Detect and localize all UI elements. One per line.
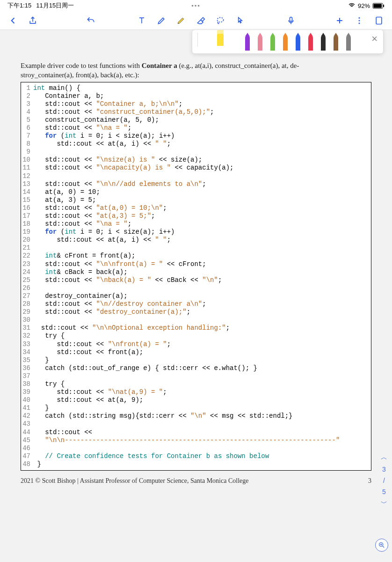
svg-point-7 <box>359 22 360 24</box>
line-number: 4 <box>21 108 33 116</box>
code-line: 22 int& cFront = front(a); <box>21 252 371 260</box>
highlighter-tool[interactable] <box>176 16 186 25</box>
battery-icon <box>372 3 385 9</box>
code-text: std::cout << "construct_container(a,5,0)… <box>33 108 371 116</box>
code-line: 16 std::cout << "at(a,0) = 10;\n"; <box>21 204 371 212</box>
line-number: 2 <box>21 92 33 100</box>
lasso-tool[interactable] <box>216 16 225 25</box>
add-button[interactable] <box>335 16 344 25</box>
back-button[interactable] <box>8 16 18 25</box>
code-line: 47 // Create confidence tests for Contai… <box>21 452 371 460</box>
status-date: 11月15日周一 <box>36 1 74 10</box>
undo-button[interactable] <box>86 16 95 25</box>
code-text: std::cout << at(a, i) << " "; <box>33 236 371 244</box>
code-text: try { <box>33 332 371 340</box>
more-button[interactable] <box>355 16 364 25</box>
line-number: 33 <box>21 340 33 348</box>
code-line: 37 <box>21 372 371 380</box>
pen-tool[interactable] <box>342 33 355 52</box>
pen-tool[interactable] <box>317 33 329 52</box>
code-line: 2 Container a, b; <box>21 92 371 100</box>
code-text: at(a, 3) = 5; <box>33 196 371 204</box>
code-text: std::cout << "\ncapacity(a) is " << capa… <box>33 164 371 172</box>
code-line: 40 std::cout << at(a, 9); <box>21 396 371 404</box>
line-number: 10 <box>21 156 33 164</box>
code-line: 17 std::cout << "at(a,3) = 5;"; <box>21 212 371 220</box>
code-line: 32 try { <box>21 332 371 340</box>
close-panel-icon[interactable]: × <box>370 33 379 50</box>
code-text: std::cout << "\nat(a,9) = "; <box>33 388 371 396</box>
code-line: 34 std::cout << front(a); <box>21 348 371 356</box>
line-number: 42 <box>21 412 33 420</box>
intro-seg: Example driver code to test functions wi… <box>21 62 142 69</box>
code-text <box>33 172 371 180</box>
code-text <box>33 284 371 292</box>
code-text: destroy_container(a); <box>33 292 371 300</box>
pointer-tool[interactable] <box>235 16 245 25</box>
eraser-tool[interactable] <box>196 16 205 25</box>
code-line: 9 <box>21 148 371 156</box>
pen-tool[interactable] <box>330 33 342 52</box>
code-line: 24 int& cBack = back(a); <box>21 268 371 276</box>
line-number: 11 <box>21 164 33 172</box>
code-line: 20 std::cout << at(a, i) << " "; <box>21 236 371 244</box>
line-number: 5 <box>21 116 33 124</box>
line-number: 13 <box>21 180 33 188</box>
code-text <box>33 244 371 252</box>
intro-bold: Container a <box>142 62 177 69</box>
code-line: 27 destroy_container(a); <box>21 292 371 300</box>
line-number: 1 <box>21 84 33 92</box>
highlighter-pen[interactable] <box>214 30 226 50</box>
code-line: 18 std::cout << "\na = "; <box>21 220 371 228</box>
code-text: std::cout << front(a); <box>33 348 371 356</box>
page-up[interactable]: ︿ <box>379 453 389 462</box>
mic-button[interactable] <box>286 16 296 25</box>
line-number: 8 <box>21 140 33 148</box>
page-total: 5 <box>379 488 389 495</box>
code-line: 8 std::cout << at(a, i) << " "; <box>21 140 371 148</box>
wifi-icon <box>348 2 356 9</box>
code-line: 29 std::cout << "destroy_container(a);"; <box>21 308 371 316</box>
pen-tool[interactable] <box>292 33 304 52</box>
code-text: std::cout << "\na = "; <box>33 220 371 228</box>
code-text: } <box>33 460 371 468</box>
code-listing: 1int main() {2 Container a, b;3 std::cou… <box>21 82 371 471</box>
pen-tool[interactable] <box>254 33 266 52</box>
code-line: 28 std::cout << "\n//destroy container a… <box>21 300 371 308</box>
code-text <box>33 420 371 428</box>
intro-text: Example driver code to test functions wi… <box>21 61 371 80</box>
code-line: 36 catch (std::out_of_range e) { std::ce… <box>21 364 371 372</box>
code-line: 45 "\n\n--------------------------------… <box>21 436 371 444</box>
pen-tool[interactable] <box>241 33 254 52</box>
code-text: construct_container(a, 5, 0); <box>33 116 371 124</box>
line-number: 18 <box>21 220 33 228</box>
pen-tool[interactable] <box>267 33 279 52</box>
line-number: 35 <box>21 356 33 364</box>
line-number: 45 <box>21 436 33 444</box>
pen-tool[interactable] <box>305 33 317 52</box>
line-number: 23 <box>21 260 33 268</box>
text-tool[interactable] <box>137 16 146 25</box>
code-line: 12 <box>21 172 371 180</box>
code-line: 26 <box>21 284 371 292</box>
pages-button[interactable] <box>374 16 384 25</box>
code-text: std::cout << "\nsize(a) is " << size(a); <box>33 156 371 164</box>
zoom-in-button[interactable] <box>375 539 388 552</box>
code-line: 44 std::cout << <box>21 429 371 436</box>
battery-pct: 92% <box>358 2 370 9</box>
code-text: std::cout << "at(a,3) = 5;"; <box>33 212 371 220</box>
line-number: 3 <box>21 100 33 108</box>
code-line: 7 for (int i = 0; i < size(a); i++) <box>21 132 371 140</box>
code-text: std::cout << "Container a, b;\n\n"; <box>33 100 371 108</box>
line-number: 28 <box>21 300 33 308</box>
document-content[interactable]: Example driver code to test functions wi… <box>0 61 392 471</box>
code-text: for (int i = 0; i < size(a); i++) <box>33 132 371 140</box>
page-sep: / <box>379 477 389 484</box>
page-down[interactable]: ﹀ <box>379 499 389 508</box>
code-text: std::cout << <box>33 429 371 436</box>
pencil-tool[interactable] <box>157 16 166 25</box>
multitask-dots[interactable]: ••• <box>191 2 201 9</box>
pen-tool[interactable] <box>279 33 291 52</box>
code-line: 6 std::cout << "\na = "; <box>21 124 371 132</box>
share-button[interactable] <box>28 16 37 25</box>
